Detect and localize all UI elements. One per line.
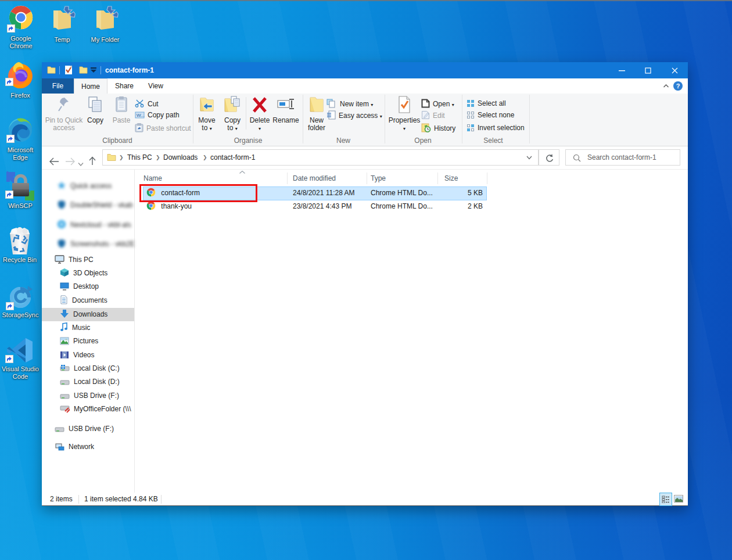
svg-text:?: ?	[676, 82, 680, 89]
svg-text:W...: W...	[137, 113, 145, 118]
